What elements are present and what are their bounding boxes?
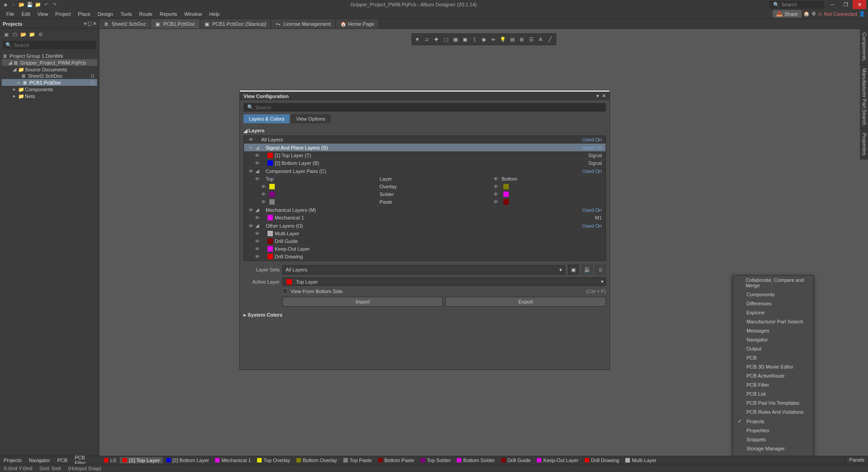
ctx-item[interactable]: PCB ActiveRoute [733, 371, 813, 380]
ctx-item[interactable]: PCB List [733, 389, 813, 398]
ctx-item[interactable]: Snippets [733, 435, 813, 444]
doc-tab[interactable]: ▣PCB1.PcbDoc [151, 19, 200, 28]
layer-chip[interactable]: Mechanical 1 [212, 457, 253, 463]
ctx-item[interactable]: Collaborate, Compare and Merge [733, 276, 813, 290]
vc-other-layers[interactable]: 👁◢Other Layers (O)Used On [244, 222, 605, 230]
tree-project[interactable]: ◢🗎Gripper_Project_PWM.PrjPcb [2, 59, 97, 66]
vc-section-layers[interactable]: ◢ Layers [244, 126, 606, 136]
via-icon[interactable]: ◉ [480, 35, 488, 43]
active-layer-select[interactable]: Top Layer▾ [282, 277, 606, 286]
save-icon[interactable]: 💾 [26, 1, 33, 8]
menu-design[interactable]: Design [94, 10, 117, 18]
expand-icon[interactable]: ◢ [255, 145, 259, 150]
global-search[interactable]: 🔍 Search [769, 1, 824, 9]
tree-nets[interactable]: ▸📁Nets [2, 93, 97, 99]
proj-btn-4[interactable]: 📁 [28, 31, 36, 38]
layer-chip[interactable]: Top Paste [341, 457, 375, 463]
block-icon[interactable]: ▣ [461, 35, 469, 43]
tree-group[interactable]: 🗎Project Group 1.DsnWrk [2, 53, 97, 59]
vc-multi[interactable]: 👁Multi-Layer [244, 230, 605, 238]
layer-chip[interactable]: Drill Drawing [582, 457, 622, 463]
color-swatch[interactable] [503, 199, 509, 205]
eye-icon[interactable]: 👁 [254, 160, 260, 166]
proj-btn-3[interactable]: 📂 [20, 31, 27, 38]
vc-bottom-layer[interactable]: 👁[2] Bottom Layer (B)Signal [244, 159, 605, 167]
text-icon[interactable]: A [537, 35, 545, 43]
eye-icon[interactable]: 👁 [248, 145, 254, 150]
layer-sets-save[interactable]: 💾 [582, 265, 592, 275]
vc-solder-row[interactable]: 👁Solder👁 [244, 191, 605, 198]
vc-comp-pairs[interactable]: 👁◢Component Layer Pairs (C)Used On [244, 167, 605, 175]
layer-chip[interactable]: Bottom Paste [375, 457, 417, 463]
expand-icon[interactable]: ◢ [255, 207, 259, 213]
layer-icon[interactable]: ▤ [508, 35, 516, 43]
color-swatch[interactable] [269, 199, 275, 205]
color-swatch[interactable] [503, 192, 509, 197]
ctx-item[interactable]: Manufacturer Part Search [733, 317, 813, 326]
menu-route[interactable]: Route [136, 10, 156, 18]
layer-chip[interactable]: [2] Bottom Layer [164, 457, 212, 463]
tab-view-options[interactable]: View Options [291, 114, 331, 123]
proj-btn-2[interactable]: 🗀 [11, 31, 19, 38]
bar-icon[interactable]: ▦ [451, 35, 460, 43]
eye-icon[interactable]: 👁 [260, 199, 267, 205]
menu-help[interactable]: Help [206, 10, 223, 18]
eye-icon[interactable]: 👁 [254, 176, 260, 182]
proj-btn-1[interactable]: ▣ [3, 31, 10, 38]
color-swatch[interactable] [269, 184, 275, 189]
import-button[interactable]: Import [282, 297, 443, 307]
ctx-item[interactable]: PCB Rules And Violations [733, 407, 813, 416]
vc-search[interactable]: 🔍 [244, 103, 606, 112]
vc-overlay-row[interactable]: 👁Overlay👁 [244, 183, 605, 191]
layer-chip[interactable]: Top Solder [418, 457, 454, 463]
vc-top-layer[interactable]: 👁[1] Top Layer (T)Signal [244, 152, 605, 159]
layer-chip[interactable]: Top Overlay [254, 457, 293, 463]
ctx-item[interactable]: ✓Projects [733, 416, 813, 426]
export-button[interactable]: Export [446, 297, 606, 307]
expand-icon[interactable]: ▸ [12, 93, 17, 99]
vc-dropdown-icon[interactable]: ▾ [596, 93, 599, 99]
right-tab[interactable]: Manufacturer Part Search [860, 65, 868, 129]
align-icon[interactable]: ☰ [527, 35, 535, 43]
view-bottom-checkbox[interactable] [282, 289, 288, 294]
proj-btn-5[interactable]: ⚙ [37, 31, 44, 38]
doc-tab[interactable]: 🗝License Management [271, 19, 336, 28]
layer-chip[interactable]: [1] Top Layer [120, 457, 162, 463]
vc-drill-draw[interactable]: 👁Drill Drawing [244, 253, 605, 261]
tree-components[interactable]: ▸📁Components [2, 86, 97, 93]
ctx-item[interactable]: Properties [733, 426, 813, 435]
vc-all-layers[interactable]: 👁All LayersUsed On [244, 136, 605, 144]
eye-icon[interactable]: 👁 [493, 199, 499, 205]
layer-chip[interactable]: Drill Guide [498, 457, 533, 463]
vc-signal-plane[interactable]: 👁◢Signal And Plane Layers (S)Used On [244, 144, 605, 152]
color-swatch[interactable] [267, 246, 273, 252]
color-swatch[interactable] [267, 215, 273, 220]
line-icon[interactable]: ╱ [546, 35, 554, 43]
ctx-item[interactable]: Navigator [733, 335, 813, 344]
vc-mech-layers[interactable]: 👁◢Mechanical Layers (M)Used On [244, 206, 605, 214]
color-swatch[interactable] [267, 153, 273, 158]
eye-icon[interactable]: 👁 [254, 254, 260, 259]
cross-icon[interactable]: ✚ [432, 35, 441, 43]
eye-icon[interactable]: 👁 [260, 192, 267, 197]
filter-icon[interactable]: ▼ [413, 35, 422, 43]
bottom-tab[interactable]: Projects [0, 457, 25, 464]
projects-search-input[interactable] [14, 42, 94, 48]
eye-icon[interactable]: 👁 [260, 184, 267, 189]
expand-icon[interactable]: ◢ [255, 223, 259, 229]
eye-icon[interactable]: 👁 [248, 207, 254, 213]
menu-place[interactable]: Place [75, 10, 94, 18]
projects-search[interactable]: 🔍 [3, 41, 96, 49]
ctx-item[interactable]: Storage Manager [733, 444, 813, 453]
layer-chip[interactable]: Multi-Layer [623, 457, 659, 463]
settings-icon[interactable]: ⚙ [812, 11, 816, 17]
doc-tab[interactable]: 🏠Home Page [336, 19, 379, 28]
color-swatch[interactable] [267, 238, 273, 244]
menu-window[interactable]: Window [181, 10, 206, 18]
color-swatch[interactable] [269, 192, 275, 197]
layer-chip[interactable]: Keep-Out Layer [534, 457, 581, 463]
layer-sets-add[interactable]: ▣ [568, 265, 579, 275]
bottom-tab[interactable]: Navigator [25, 457, 54, 464]
vc-titlebar[interactable]: View Configuration ▾ ✕ [240, 90, 610, 100]
layer-chip[interactable]: Bottom Overlay [294, 457, 340, 463]
